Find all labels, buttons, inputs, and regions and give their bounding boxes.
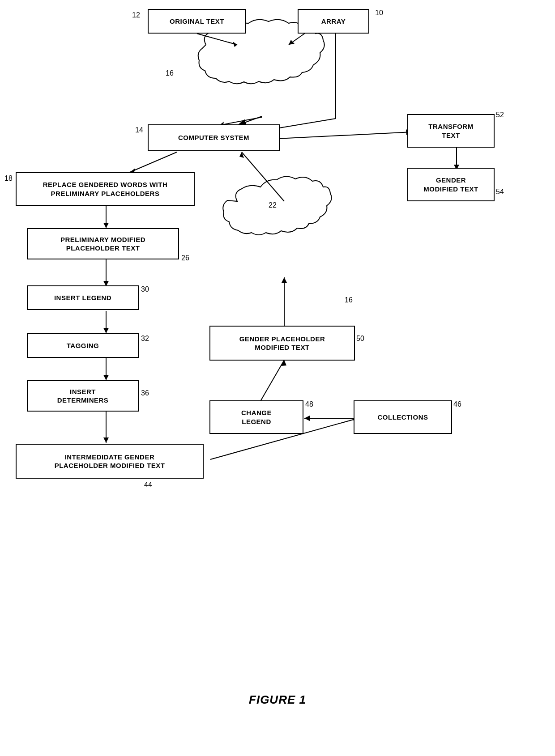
cloud2: [223, 176, 331, 235]
svg-line-0: [197, 34, 237, 45]
tagging-label: TAGGING: [67, 341, 99, 350]
ref-10: 10: [375, 9, 383, 17]
ref-32: 32: [141, 335, 149, 343]
intermedidate-box: INTERMEDIDATE GENDER PLACEHOLDER MODIFIE…: [16, 444, 204, 479]
collections-label: COLLECTIONS: [378, 413, 428, 422]
ref-50: 50: [356, 335, 364, 343]
insert-determiners-box: INSERT DETERMINERS: [27, 380, 139, 412]
figure-label: FIGURE 1: [249, 693, 306, 707]
svg-marker-18: [103, 223, 109, 228]
tagging-box: TAGGING: [27, 333, 139, 358]
insert-legend-box: INSERT LEGEND: [27, 285, 139, 310]
diagram: ORIGINAL TEXT 12 ARRAY 10 16 COMPUTER SY…: [0, 0, 555, 725]
collections-box: COLLECTIONS: [354, 400, 452, 434]
computer-system-box: COMPUTER SYSTEM: [148, 124, 280, 151]
change-legend-box: CHANGE LEGEND: [209, 400, 303, 434]
insert-legend-label: INSERT LEGEND: [54, 293, 111, 302]
original-text-box: ORIGINAL TEXT: [148, 9, 246, 34]
array-box: ARRAY: [298, 9, 369, 34]
gender-placeholder-label: GENDER PLACEHOLDER MODIFIED TEXT: [239, 335, 325, 352]
gender-modified-text-box: GENDER MODIFIED TEXT: [407, 168, 495, 201]
array-label: ARRAY: [321, 17, 346, 26]
ref-26: 26: [181, 254, 189, 262]
svg-marker-26: [103, 437, 109, 443]
svg-marker-36: [239, 152, 244, 158]
replace-gendered-box: REPLACE GENDERED WORDS WITH PRELIMINARY …: [16, 172, 195, 206]
preliminary-modified-label: PRELIMINARY MODIFIED PLACEHOLDER TEXT: [60, 235, 145, 253]
svg-marker-32: [281, 360, 286, 366]
svg-line-15: [130, 152, 177, 172]
svg-marker-24: [103, 375, 109, 380]
svg-marker-34: [282, 277, 287, 283]
ref-22: 22: [269, 201, 277, 209]
insert-determiners-label: INSERT DETERMINERS: [57, 387, 109, 405]
ref-18: 18: [4, 174, 13, 183]
original-text-label: ORIGINAL TEXT: [170, 17, 224, 26]
intermedidate-label: INTERMEDIDATE GENDER PLACEHOLDER MODIFIE…: [55, 453, 165, 470]
ref-16a: 16: [166, 69, 174, 77]
gender-placeholder-box: GENDER PLACEHOLDER MODIFIED TEXT: [209, 326, 355, 361]
transform-text-label: TRANSFORM TEXT: [428, 122, 473, 140]
svg-marker-1: [233, 42, 237, 47]
change-legend-label: CHANGE LEGEND: [241, 408, 272, 426]
ref-48: 48: [305, 400, 313, 408]
ref-16b: 16: [345, 296, 353, 304]
ref-12: 12: [132, 11, 140, 19]
svg-line-35: [242, 152, 284, 201]
svg-line-31: [260, 360, 284, 403]
ref-52: 52: [496, 111, 504, 119]
transform-text-box: TRANSFORM TEXT: [407, 114, 495, 148]
ref-44: 44: [144, 481, 152, 489]
ref-30: 30: [141, 285, 149, 293]
preliminary-modified-box: PRELIMINARY MODIFIED PLACEHOLDER TEXT: [27, 228, 179, 259]
svg-marker-3: [289, 40, 295, 45]
ref-54: 54: [496, 188, 504, 196]
replace-gendered-label: REPLACE GENDERED WORDS WITH PRELIMINARY …: [43, 180, 168, 198]
ref-36: 36: [141, 389, 149, 397]
computer-system-label: COMPUTER SYSTEM: [178, 133, 249, 142]
svg-line-4: [237, 116, 262, 125]
ref-14: 14: [135, 126, 143, 134]
ref-46: 46: [453, 400, 461, 408]
svg-marker-30: [304, 416, 310, 421]
svg-line-11: [278, 132, 412, 139]
svg-marker-22: [103, 328, 109, 333]
gender-modified-text-label: GENDER MODIFIED TEXT: [423, 176, 478, 193]
